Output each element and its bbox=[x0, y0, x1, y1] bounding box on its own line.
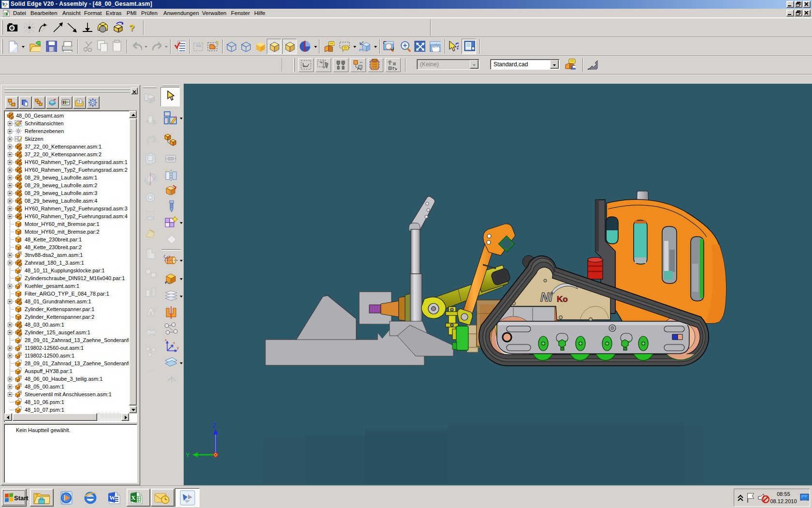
svg-text:Y: Y bbox=[186, 451, 190, 459]
svg-text:Ko: Ko bbox=[557, 295, 568, 304]
svg-text:?: ? bbox=[455, 41, 459, 51]
svg-text:x: x bbox=[173, 341, 175, 345]
svg-text:W: W bbox=[109, 494, 116, 501]
svg-text:X: X bbox=[131, 494, 136, 501]
svg-text:z: z bbox=[165, 338, 167, 342]
svg-text:?: ? bbox=[78, 99, 81, 104]
svg-text:Ni: Ni bbox=[540, 290, 553, 304]
svg-text:Z: Z bbox=[213, 422, 217, 429]
svg-text:y: y bbox=[177, 345, 179, 350]
